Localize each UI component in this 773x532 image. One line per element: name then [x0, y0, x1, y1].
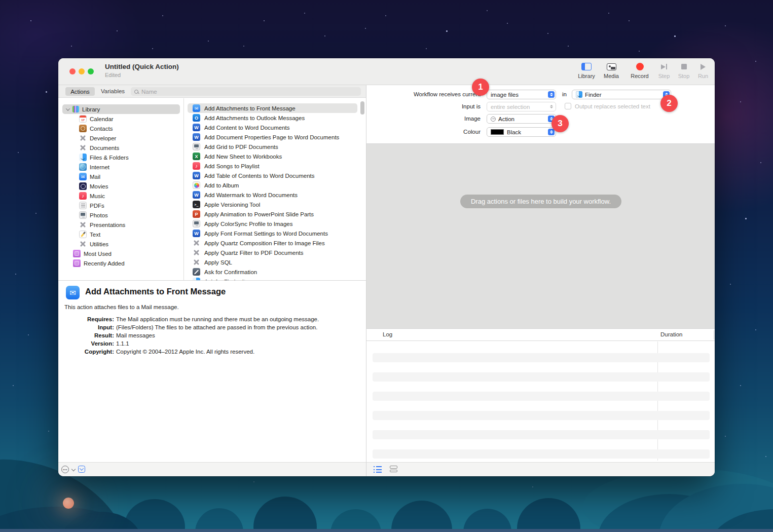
chevron-down-icon[interactable] [71, 467, 76, 471]
step-button[interactable]: Step [654, 62, 674, 79]
input-is-label: Input is [366, 103, 481, 109]
sidebar-item-mail[interactable]: ✉Mail [58, 172, 183, 181]
duration-column-header[interactable]: Duration [660, 331, 682, 337]
description-field-value: The Mail application must be running and… [116, 315, 360, 323]
record-button[interactable]: Record [627, 62, 653, 79]
output-replaces-checkbox[interactable] [565, 103, 571, 109]
sidebar-item-music[interactable]: ♪Music [58, 191, 183, 201]
tab-actions[interactable]: Actions [65, 87, 95, 96]
sidebar-item-contacts[interactable]: Contacts [58, 124, 183, 133]
sidebar-item-text[interactable]: Text [58, 230, 183, 239]
run-icon [701, 62, 706, 71]
stop-button[interactable]: Stop [674, 62, 693, 79]
sidebar-item-photos[interactable]: Photos [58, 210, 183, 220]
action-item-apple-versioning-tool[interactable]: >_Apple Versioning Tool [188, 200, 357, 209]
star [46, 91, 47, 93]
action-item-ask-for-confirmation[interactable]: Ask for Confirmation [188, 267, 357, 277]
xtools-icon [79, 134, 87, 142]
action-item-ask-for-finder-items[interactable]: Ask for Finder Items [188, 277, 357, 280]
action-item-apply-font-format-settings-to-word-documents[interactable]: WApply Font Format Settings to Word Docu… [188, 229, 357, 238]
sidebar-item-recently-added[interactable]: Recently Added [58, 258, 183, 268]
description-field-label: Result: [58, 331, 114, 339]
column-resize-tick[interactable] [714, 330, 714, 339]
word-icon: W [193, 230, 200, 237]
action-item-label: Add Attachments to Outlook Messages [204, 115, 305, 121]
sidebar-item-library[interactable]: Library [62, 104, 180, 114]
outlook-icon: O [193, 114, 200, 122]
tab-variables[interactable]: Variables [101, 88, 125, 94]
scrollbar-thumb[interactable] [360, 101, 364, 115]
word-icon: W [193, 172, 200, 179]
sidebar-panel-icon [581, 62, 592, 71]
sidebar-item-files-folders[interactable]: Files & Folders [58, 153, 183, 162]
media-button[interactable]: Media [600, 62, 623, 79]
description-field-label: Requires: [58, 315, 114, 323]
receives-dropdown[interactable]: image files [487, 90, 556, 99]
zoom-button[interactable] [88, 68, 94, 74]
description-field-label: Copyright: [58, 348, 114, 356]
search-input[interactable] [141, 89, 334, 95]
close-button[interactable] [69, 68, 76, 74]
action-item-add-document-properties-page-to-word-documents[interactable]: WAdd Document Properties Page to Word Do… [188, 132, 357, 142]
workflow-canvas[interactable]: Drag actions or files here to build your… [366, 143, 715, 328]
star [30, 20, 31, 21]
action-item-add-grid-to-pdf-documents[interactable]: Add Grid to PDF Documents [188, 142, 357, 151]
action-item-label: Add to Album [204, 182, 239, 188]
star [507, 23, 508, 24]
action-item-add-content-to-word-documents[interactable]: WAdd Content to Word Documents [188, 123, 357, 132]
action-item-apply-colorsync-profile-to-images[interactable]: Apply ColorSync Profile to Images [188, 219, 357, 229]
pdf-icon [79, 202, 87, 209]
action-item-add-attachments-to-outlook-messages[interactable]: OAdd Attachments to Outlook Messages [188, 113, 357, 123]
library-button[interactable]: Library [575, 62, 598, 79]
description-title: Add Attachments to Front Message [85, 287, 226, 296]
log-column-header[interactable]: Log [383, 331, 392, 337]
action-menu-icon[interactable]: ••• [61, 466, 69, 473]
automator-window: Untitled (Quick Action) Edited Library M… [58, 58, 715, 476]
horizon-strip [0, 529, 773, 532]
input-dropdown[interactable]: entire selection [487, 102, 556, 111]
media-icon [607, 62, 616, 71]
word-icon: W [193, 133, 200, 141]
star [629, 20, 630, 21]
star [740, 101, 741, 102]
star [35, 213, 36, 214]
mail-app-icon [66, 286, 80, 299]
calendar-icon: 17 [79, 115, 87, 123]
search-field[interactable] [131, 87, 361, 96]
description-toggle-icon[interactable] [78, 466, 85, 473]
sidebar-item-utilities[interactable]: Utilities [58, 239, 183, 249]
log-panes-view-icon[interactable] [390, 466, 397, 473]
action-item-add-attachments-to-front-message[interactable]: ✉Add Attachments to Front Message [188, 103, 357, 113]
sidebar-item-documents[interactable]: Documents [58, 143, 183, 153]
colour-dropdown[interactable]: Black [487, 127, 556, 137]
action-item-apply-quartz-composition-filter-to-image-files[interactable]: Apply Quartz Composition Filter to Image… [188, 238, 357, 248]
sidebar-item-pdfs[interactable]: PDFs [58, 201, 183, 210]
sidebar-item-label: Presentations [90, 222, 125, 228]
sidebar-item-presentations[interactable]: Presentations [58, 220, 183, 230]
action-item-add-table-of-contents-to-word-documents[interactable]: WAdd Table of Contents to Word Documents [188, 171, 357, 180]
colour-swatch [491, 129, 504, 135]
action-item-apply-sql[interactable]: Apply SQL [188, 257, 357, 267]
sidebar-item-internet[interactable]: Internet [58, 162, 183, 172]
action-item-apply-quartz-filter-to-pdf-documents[interactable]: Apply Quartz Filter to PDF Documents [188, 248, 357, 257]
sidebar-item-most-used[interactable]: Most Used [58, 249, 183, 258]
run-button[interactable]: Run [694, 62, 712, 79]
log-body [366, 341, 715, 462]
action-item-add-to-album[interactable]: Add to Album [188, 180, 357, 190]
action-item-add-watermark-to-word-documents[interactable]: WAdd Watermark to Word Documents [188, 190, 357, 200]
action-item-apply-animation-to-powerpoint-slide-parts[interactable]: PApply Animation to PowerPoint Slide Par… [188, 209, 357, 219]
sidebar-item-movies[interactable]: Movies [58, 181, 183, 191]
log-list-view-icon[interactable] [374, 466, 382, 473]
sidebar-list: 17CalendarContactsDeveloperDocumentsFile… [58, 114, 183, 268]
sidebar-item-calendar[interactable]: 17Calendar [58, 114, 183, 124]
image-dropdown[interactable]: Action [487, 114, 556, 124]
application-dropdown[interactable]: Finder [572, 90, 671, 99]
minimize-button[interactable] [79, 68, 85, 74]
star [755, 329, 756, 330]
action-item-label: Apply Quartz Composition Filter to Image… [204, 240, 325, 246]
action-item-add-new-sheet-to-workbooks[interactable]: XAdd New Sheet to Workbooks [188, 151, 357, 161]
disclosure-chevron-icon[interactable] [66, 106, 70, 110]
action-item-add-songs-to-playlist[interactable]: ♪Add Songs to Playlist [188, 161, 357, 171]
star [568, 46, 569, 47]
sidebar-item-developer[interactable]: Developer [58, 133, 183, 143]
